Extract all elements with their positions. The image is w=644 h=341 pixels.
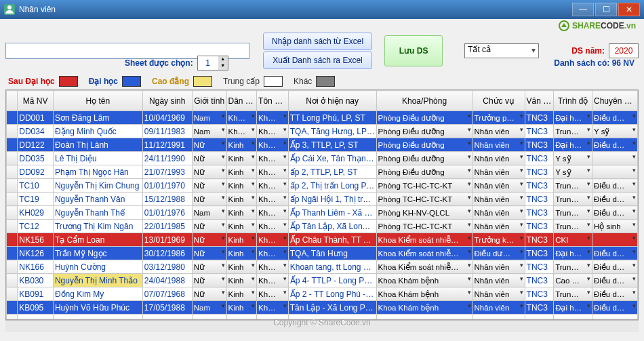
cell-chuyenmon[interactable] [592,165,637,179]
cell-hoten[interactable]: Tạ Cẩm Loan [53,233,142,247]
cell-hoten[interactable]: Nguyễn Thanh Vân [53,193,142,206]
table-row[interactable]: DD034Đặng Minh Quốc09/11/1983NamKh…Không… [7,125,638,138]
cell-gioitinh[interactable]: Nam [192,206,226,220]
cell-chucvu[interactable]: Trưởng khoa [472,233,525,247]
row-header[interactable] [7,138,18,152]
cell-chucvu[interactable]: Nhân viên [472,193,525,206]
cell-khoaphong[interactable]: Khoa Kiểm soát nhiễm kh… [376,233,472,247]
cell-hoten[interactable]: Phạm Thị Ngọc Hân [53,165,142,179]
cell-ma[interactable]: NK166 [18,260,54,274]
sheet-spinner[interactable]: ▲▼ [197,56,228,71]
cell-chucvu[interactable]: Trưởng ph… [472,111,525,125]
cell-ngaysinh[interactable]: 24/11/1990 [142,152,192,165]
cell-ngaysinh[interactable]: 13/01/1969 [142,233,192,247]
cell-trinhdo[interactable]: Y sỹ [554,165,592,179]
cell-dantoc[interactable]: Kh… [226,125,257,138]
cell-vanhoa[interactable]: TNC3 [525,247,554,260]
column-header[interactable]: Ngày sinh [142,91,192,111]
cell-trinhdo[interactable]: Trung… [554,193,592,206]
cell-tongiao[interactable]: Không [257,233,289,247]
cell-vanhoa[interactable]: TNC3 [525,125,554,138]
cell-noi[interactable]: ấp Ngãi Hội 1, Thị trấ… [288,193,376,206]
cell-dantoc[interactable]: Kinh [226,152,257,165]
cell-dantoc[interactable]: Kh… [226,111,257,125]
cell-dantoc[interactable]: Kinh [226,165,257,179]
cell-chucvu[interactable]: Nhân viên [472,287,525,301]
cell-vanhoa[interactable]: TNC3 [525,220,554,233]
cell-ma[interactable]: TC12 [18,220,54,233]
cell-ngaysinh[interactable]: 24/04/1988 [142,274,192,287]
cell-ma[interactable]: DD001 [18,111,54,125]
cell-trinhdo[interactable]: Trung… [554,179,592,193]
cell-trinhdo[interactable]: Trung… [554,220,592,233]
cell-hoten[interactable]: Lê Thị Diệu [53,152,142,165]
cell-gioitinh[interactable]: Nam [192,301,226,315]
row-header[interactable] [7,111,18,125]
column-header[interactable]: Nơi ở hiện nay [288,91,376,111]
cell-chuyenmon[interactable]: Hộ sinh [592,220,637,233]
cell-noi[interactable]: Ấp Cái Xe, Tân Thạn… [288,152,376,165]
row-header[interactable] [7,179,18,193]
cell-ngaysinh[interactable]: 01/01/1976 [142,206,192,220]
cell-chucvu[interactable]: Nhân viên [472,260,525,274]
cell-trinhdo[interactable]: Đại học [554,138,592,152]
cell-khoaphong[interactable]: Khoa Kiểm soát nhiễm kh… [376,260,472,274]
cell-gioitinh[interactable]: Nữ [192,260,226,274]
cell-chucvu[interactable]: Nhân viên [472,125,525,138]
cell-vanhoa[interactable]: TNC3 [525,274,554,287]
cell-chuyenmon[interactable]: Điều dưỡ… [592,193,637,206]
cell-noi[interactable]: Ấp 2 - TT Long Phú -… [288,287,376,301]
cell-chuyenmon[interactable]: Điều dưỡ… [592,260,637,274]
column-header[interactable]: Giới tính [192,91,226,111]
cell-dantoc[interactable]: Kinh [226,206,257,220]
cell-khoaphong[interactable]: Phòng TC-HC-TC-KT [376,220,472,233]
cell-khoaphong[interactable]: Phòng TC-HC-TC-KT [376,193,472,206]
maximize-button[interactable]: ☐ [595,3,617,16]
cell-vanhoa[interactable]: TNC3 [525,193,554,206]
cell-vanhoa[interactable]: TNC3 [525,206,554,220]
cell-gioitinh[interactable]: Nữ [192,274,226,287]
cell-vanhoa[interactable]: TNC3 [525,287,554,301]
cell-chucvu[interactable]: Nhân viên [472,138,525,152]
cell-tongiao[interactable]: Không [257,111,289,125]
cell-dantoc[interactable]: Kinh [226,274,257,287]
cell-hoten[interactable]: Nguyễn Thị Kim Chung [53,179,142,193]
cell-trinhdo[interactable]: Trung… [554,260,592,274]
cell-chuyenmon[interactable] [592,152,637,165]
export-excel-button[interactable]: Xuất Danh sách ra Excel [263,52,372,69]
cell-noi[interactable]: TQA, Tăng Hưng, LP… [288,125,376,138]
cell-khoaphong[interactable]: Khoa Khám bệnh [376,287,472,301]
table-row[interactable]: DD092Phạm Thị Ngọc Hân21/07/1993NữKinhKh… [7,165,638,179]
table-row[interactable]: NK166Huỳnh Cường03/12/1980NữKinhKhôngKho… [7,260,638,274]
cell-noi[interactable]: ấp 2, Thị trấn Long P… [288,179,376,193]
cell-khoaphong[interactable]: Khoa Khám bệnh [376,274,472,287]
cell-ma[interactable]: NK126 [18,247,54,260]
cell-ngaysinh[interactable]: 09/11/1983 [142,125,192,138]
row-header[interactable] [7,301,18,315]
cell-chuyenmon[interactable]: Điều dưỡ… [592,138,637,152]
cell-dantoc[interactable]: Kinh [226,193,257,206]
cell-tongiao[interactable]: Không [257,274,289,287]
cell-hoten[interactable]: Đồng Kim My [53,287,142,301]
cell-chuyenmon[interactable]: Điều dưỡ… [592,301,637,315]
cell-gioitinh[interactable]: Nam [192,125,226,138]
cell-gioitinh[interactable]: Nữ [192,233,226,247]
cell-trinhdo[interactable]: Trung… [554,125,592,138]
cell-hoten[interactable]: Huỳnh Võ Hữu Phúc [53,301,142,315]
table-row[interactable]: NK156Tạ Cẩm Loan13/01/1969NữKinhKhôngẤp … [7,233,638,247]
row-header[interactable] [7,287,18,301]
cell-khoaphong[interactable]: Phòng KH-NV-QLCL [376,206,472,220]
cell-trinhdo[interactable]: Đại học [554,247,592,260]
row-header[interactable] [7,206,18,220]
column-header[interactable]: Khoa/Phòng [376,91,472,111]
cell-vanhoa[interactable]: TNC3 [525,179,554,193]
cell-tongiao[interactable]: Không [257,206,289,220]
table-row[interactable]: NK126Trần Mỹ Ngọc30/12/1986NữKinhKhôngTQ… [7,247,638,260]
cell-hoten[interactable]: Trương Thị Kim Ngân [53,220,142,233]
table-row[interactable]: KB095Huỳnh Võ Hữu Phúc17/05/1988NamKinhK… [7,301,638,315]
cell-chuyenmon[interactable]: Y sỹ [592,125,637,138]
cell-vanhoa[interactable]: TNC3 [525,165,554,179]
cell-chucvu[interactable]: Nhân viên [472,206,525,220]
cell-noi[interactable]: TT Long Phú, LP, ST [288,111,376,125]
row-header[interactable] [7,260,18,274]
